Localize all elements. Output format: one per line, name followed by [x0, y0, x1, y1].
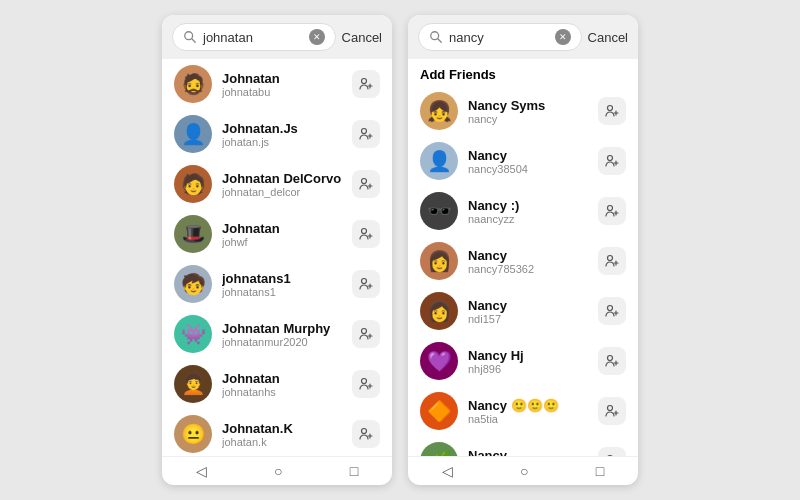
- contact-name: Johnatan.K: [222, 421, 342, 436]
- back-nav-button[interactable]: ◁: [196, 463, 207, 479]
- add-friend-button[interactable]: [352, 170, 380, 198]
- svg-point-20: [362, 379, 367, 384]
- add-friend-button[interactable]: [352, 220, 380, 248]
- contact-info: Nancy Symsnancy: [468, 98, 588, 125]
- left-bottom-nav: ◁ ○ □: [162, 456, 392, 485]
- contact-row[interactable]: 😐Johnatan.Kjohatan.k: [162, 409, 392, 456]
- left-cancel-button[interactable]: Cancel: [342, 30, 382, 45]
- svg-point-23: [362, 429, 367, 434]
- right-search-input-wrapper[interactable]: nancy ✕: [418, 23, 582, 51]
- contact-info: Johnatan.Jsjohatan.js: [222, 121, 342, 148]
- right-search-bar: nancy ✕ Cancel: [408, 15, 638, 59]
- avatar: 👩: [420, 292, 458, 330]
- contact-name: Johnatan Murphy: [222, 321, 342, 336]
- add-friend-button[interactable]: [352, 270, 380, 298]
- svg-point-33: [608, 106, 613, 111]
- search-icon-right: [429, 30, 443, 44]
- contact-row[interactable]: 👩Nancyndi157: [408, 286, 638, 336]
- avatar: 😐: [174, 415, 212, 453]
- add-friend-button[interactable]: [598, 347, 626, 375]
- contact-row[interactable]: 🧒johnatans1johnatans1: [162, 259, 392, 309]
- contact-row[interactable]: 🎩Johnatanjohwf: [162, 209, 392, 259]
- left-search-text: johnatan: [203, 30, 303, 45]
- svg-line-32: [438, 39, 442, 43]
- add-friend-button[interactable]: [598, 197, 626, 225]
- svg-point-2: [362, 79, 367, 84]
- contact-info: Johnatan Murphyjohnatanmur2020: [222, 321, 342, 348]
- right-cancel-button[interactable]: Cancel: [588, 30, 628, 45]
- contact-name: johnatans1: [222, 271, 342, 286]
- contact-info: Nancynancy38504: [468, 148, 588, 175]
- contact-row[interactable]: 🧑‍🦱Johnatanjohnatanhs: [162, 359, 392, 409]
- right-phone-panel: nancy ✕ Cancel Add Friends 👧Nancy Symsna…: [408, 15, 638, 485]
- add-friend-button[interactable]: [352, 420, 380, 448]
- contact-row[interactable]: 👤Nancynancy38504: [408, 136, 638, 186]
- contact-info: Johnatanjohwf: [222, 221, 342, 248]
- contact-info: Nancy Hjnhj896: [468, 348, 588, 375]
- avatar: 🌿: [420, 442, 458, 456]
- left-phone-panel: johnatan ✕ Cancel 🧔Johnatanjohnatabu 👤Jo…: [162, 15, 392, 485]
- contact-row[interactable]: 🔶Nancy 🙂🙂🙂na5tia: [408, 386, 638, 436]
- add-friend-button[interactable]: [598, 147, 626, 175]
- square-nav-button-r[interactable]: □: [596, 463, 604, 479]
- avatar: 👾: [174, 315, 212, 353]
- left-search-input-wrapper[interactable]: johnatan ✕: [172, 23, 336, 51]
- left-search-bar: johnatan ✕ Cancel: [162, 15, 392, 59]
- add-friend-button[interactable]: [598, 97, 626, 125]
- contact-info: Nancyndi157: [468, 298, 588, 325]
- contact-name: Johnatan: [222, 71, 342, 86]
- contact-username: johnatans1: [222, 286, 342, 298]
- add-friend-button[interactable]: [352, 320, 380, 348]
- left-contacts-list: 🧔Johnatanjohnatabu 👤Johnatan.Jsjohatan.j…: [162, 59, 392, 456]
- contact-name: Johnatan.Js: [222, 121, 342, 136]
- home-nav-button-r[interactable]: ○: [520, 463, 528, 479]
- contact-info: Johnatanjohnatanhs: [222, 371, 342, 398]
- add-friend-button[interactable]: [352, 70, 380, 98]
- add-friends-title: Add Friends: [408, 59, 638, 86]
- contact-row[interactable]: 🌿Nancyobnancy: [408, 436, 638, 456]
- add-friend-button[interactable]: [352, 370, 380, 398]
- add-friend-button[interactable]: [352, 120, 380, 148]
- avatar: 🧑: [174, 165, 212, 203]
- contact-row[interactable]: 👾Johnatan Murphyjohnatanmur2020: [162, 309, 392, 359]
- contact-name: Johnatan DelCorvo: [222, 171, 342, 186]
- contact-username: johatan.k: [222, 436, 342, 448]
- contact-info: Nancynancy785362: [468, 248, 588, 275]
- contact-name: Nancy: [468, 298, 588, 313]
- contact-row[interactable]: 🧑Johnatan DelCorvojohnatan_delcor: [162, 159, 392, 209]
- left-clear-button[interactable]: ✕: [309, 29, 325, 45]
- contact-name: Johnatan: [222, 221, 342, 236]
- contact-row[interactable]: 👤Johnatan.Jsjohatan.js: [162, 109, 392, 159]
- contact-username: nancy785362: [468, 263, 588, 275]
- svg-point-51: [608, 406, 613, 411]
- avatar: 👤: [174, 115, 212, 153]
- right-clear-button[interactable]: ✕: [555, 29, 571, 45]
- add-friend-button[interactable]: [598, 247, 626, 275]
- contact-username: johnatanmur2020: [222, 336, 342, 348]
- add-friend-button[interactable]: [598, 447, 626, 456]
- svg-point-39: [608, 206, 613, 211]
- contact-username: johatan.js: [222, 136, 342, 148]
- contact-name: Nancy 🙂🙂🙂: [468, 398, 588, 413]
- back-nav-button-r[interactable]: ◁: [442, 463, 453, 479]
- svg-point-48: [608, 356, 613, 361]
- contact-info: Johnatan DelCorvojohnatan_delcor: [222, 171, 342, 198]
- contact-row[interactable]: 🧔Johnatanjohnatabu: [162, 59, 392, 109]
- contact-username: nhj896: [468, 363, 588, 375]
- avatar: 💜: [420, 342, 458, 380]
- add-friend-button[interactable]: [598, 397, 626, 425]
- contact-row[interactable]: 💜Nancy Hjnhj896: [408, 336, 638, 386]
- square-nav-button[interactable]: □: [350, 463, 358, 479]
- home-nav-button[interactable]: ○: [274, 463, 282, 479]
- svg-point-11: [362, 229, 367, 234]
- contact-row[interactable]: 🕶️Nancy :)naancyzz: [408, 186, 638, 236]
- right-bottom-nav: ◁ ○ □: [408, 456, 638, 485]
- contact-row[interactable]: 👧Nancy Symsnancy: [408, 86, 638, 136]
- contact-row[interactable]: 👩Nancynancy785362: [408, 236, 638, 286]
- contact-username: na5tia: [468, 413, 588, 425]
- svg-point-8: [362, 179, 367, 184]
- contact-info: Nancyobnancy: [468, 448, 588, 457]
- avatar: 🎩: [174, 215, 212, 253]
- contact-info: Nancy :)naancyzz: [468, 198, 588, 225]
- add-friend-button[interactable]: [598, 297, 626, 325]
